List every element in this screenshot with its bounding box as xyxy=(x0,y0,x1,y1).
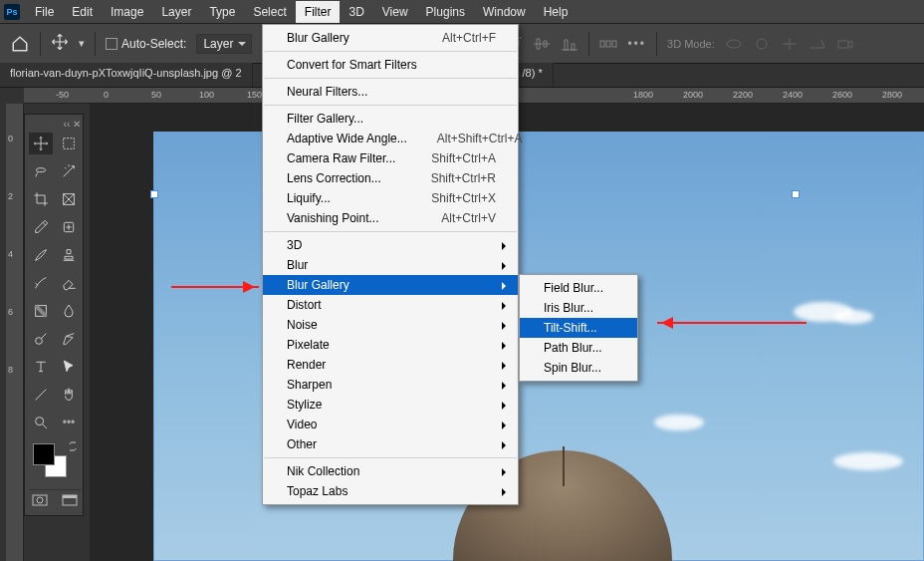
type-tool-icon[interactable] xyxy=(29,356,53,378)
menu-item[interactable]: Lens Correction...Shift+Ctrl+R xyxy=(263,168,518,188)
menu-item-noise[interactable]: Noise xyxy=(263,315,518,335)
menu-item[interactable]: Camera Raw Filter...Shift+Ctrl+A xyxy=(263,148,518,168)
align-icons-group: ••• 3D Mode: xyxy=(505,32,853,56)
ruler-tick: 2000 xyxy=(683,90,703,100)
tools-collapse-icon[interactable]: ‹‹ ✕ xyxy=(29,119,81,129)
zoom-tool-icon[interactable] xyxy=(29,412,53,433)
menu-item[interactable]: Adaptive Wide Angle...Alt+Shift+Ctrl+A xyxy=(263,129,518,148)
move-tool-icon[interactable] xyxy=(29,133,53,154)
align-vcenter-icon[interactable] xyxy=(533,37,551,51)
ruler-vertical[interactable]: 02468 xyxy=(6,104,24,561)
quickmask-icon[interactable] xyxy=(32,494,48,509)
eyedropper-tool-icon[interactable] xyxy=(29,216,53,238)
menu-window[interactable]: Window xyxy=(474,1,535,23)
home-icon[interactable] xyxy=(10,34,30,54)
foreground-color[interactable] xyxy=(33,443,55,465)
hand-tool-icon[interactable] xyxy=(57,384,81,406)
menu-filter[interactable]: Filter xyxy=(296,1,341,23)
divider xyxy=(588,32,589,56)
menu-item-stylize[interactable]: Stylize xyxy=(263,395,518,415)
path-select-tool-icon[interactable] xyxy=(57,356,81,378)
menu-item-nik-collection[interactable]: Nik Collection xyxy=(263,461,518,481)
marquee-tool-icon[interactable] xyxy=(57,133,81,154)
menu-item-neural-filters[interactable]: Neural Filters... xyxy=(263,82,518,102)
menu-item-render[interactable]: Render xyxy=(263,355,518,375)
edit-toolbar-icon[interactable]: ••• xyxy=(57,412,81,433)
submenu-item-field-blur[interactable]: Field Blur... xyxy=(520,278,637,298)
history-brush-tool-icon[interactable] xyxy=(29,272,53,294)
ruler-tick: 0 xyxy=(104,90,109,100)
menu-layer[interactable]: Layer xyxy=(152,1,200,23)
menu-item-pixelate[interactable]: Pixelate xyxy=(263,335,518,355)
lasso-tool-icon[interactable] xyxy=(29,160,53,182)
heal-tool-icon[interactable] xyxy=(57,216,81,238)
svg-rect-15 xyxy=(63,495,77,498)
menu-item-blur-gallery[interactable]: Blur Gallery xyxy=(263,275,518,295)
menu-item-blur[interactable]: Blur xyxy=(263,255,518,275)
transform-handle[interactable] xyxy=(150,190,158,198)
menu-select[interactable]: Select xyxy=(244,1,295,23)
orbit-icon[interactable] xyxy=(725,37,743,51)
distribute-icon[interactable] xyxy=(599,37,617,51)
screenmode-icon[interactable] xyxy=(62,494,78,509)
line-tool-icon[interactable] xyxy=(29,384,53,406)
document-tab[interactable]: florian-van-duyn-pXToxwjqIiQ-unsplash.jp… xyxy=(0,63,253,87)
crop-tool-icon[interactable] xyxy=(29,188,53,210)
blur-gallery-submenu: Field Blur...Iris Blur...Tilt-Shift...Pa… xyxy=(519,274,638,382)
roll-icon[interactable] xyxy=(753,37,771,51)
submenu-item-path-blur[interactable]: Path Blur... xyxy=(520,338,637,358)
eraser-tool-icon[interactable] xyxy=(57,272,81,294)
align-bottom-icon[interactable] xyxy=(561,37,578,51)
menu-item[interactable]: Filter Gallery... xyxy=(263,109,518,129)
menu-item-3d[interactable]: 3D xyxy=(263,235,518,255)
menu-item-topaz-labs[interactable]: Topaz Labs xyxy=(263,481,518,501)
svg-rect-0 xyxy=(600,41,604,47)
menu-view[interactable]: View xyxy=(373,1,417,23)
submenu-item-tilt-shift[interactable]: Tilt-Shift... xyxy=(520,318,637,338)
dodge-tool-icon[interactable] xyxy=(29,328,53,350)
menu-edit[interactable]: Edit xyxy=(63,1,102,23)
menu-item[interactable]: Vanishing Point...Alt+Ctrl+V xyxy=(263,208,518,228)
menu-type[interactable]: Type xyxy=(200,1,244,23)
menubar: Ps File Edit Image Layer Type Select Fil… xyxy=(0,0,924,24)
swap-colors-icon[interactable] xyxy=(69,441,79,451)
menu-file[interactable]: File xyxy=(26,1,63,23)
auto-select-target-dropdown[interactable]: Layer xyxy=(196,34,252,54)
more-icon[interactable]: ••• xyxy=(627,37,646,51)
stamp-tool-icon[interactable] xyxy=(57,244,81,266)
brush-tool-icon[interactable] xyxy=(29,244,53,266)
menu-item-distort[interactable]: Distort xyxy=(263,295,518,315)
transform-handle[interactable] xyxy=(792,190,800,198)
menu-item-last-filter[interactable]: Blur GalleryAlt+Ctrl+F xyxy=(263,28,518,48)
move-tool-icon[interactable] xyxy=(51,33,69,54)
filter-menu: Blur GalleryAlt+Ctrl+F Convert for Smart… xyxy=(262,24,519,505)
svg-point-11 xyxy=(36,418,44,425)
color-swatches[interactable] xyxy=(29,443,81,481)
pen-tool-icon[interactable] xyxy=(57,328,81,350)
submenu-item-spin-blur[interactable]: Spin Blur... xyxy=(520,358,637,378)
menu-item-smart-filters[interactable]: Convert for Smart Filters xyxy=(263,55,518,75)
ruler-tick: 50 xyxy=(151,90,161,100)
menu-plugins[interactable]: Plugins xyxy=(417,1,474,23)
svg-point-4 xyxy=(757,39,767,49)
annotation-arrow xyxy=(657,322,807,324)
frame-tool-icon[interactable] xyxy=(57,188,81,210)
blur-tool-icon[interactable] xyxy=(57,300,81,322)
menu-item[interactable]: Liquify...Shift+Ctrl+X xyxy=(263,188,518,208)
ruler-tick: 8 xyxy=(8,365,13,375)
menu-image[interactable]: Image xyxy=(102,1,152,23)
auto-select-checkbox[interactable]: Auto-Select: xyxy=(106,37,186,51)
menu-item-sharpen[interactable]: Sharpen xyxy=(263,375,518,395)
pan-icon[interactable] xyxy=(781,37,799,51)
menu-3d[interactable]: 3D xyxy=(340,1,372,23)
menu-item-video[interactable]: Video xyxy=(263,415,518,434)
slide-icon[interactable] xyxy=(808,37,826,51)
gradient-tool-icon[interactable] xyxy=(29,300,53,322)
menu-help[interactable]: Help xyxy=(535,1,578,23)
submenu-item-iris-blur[interactable]: Iris Blur... xyxy=(520,298,637,318)
camera-icon[interactable] xyxy=(836,37,854,51)
wand-tool-icon[interactable] xyxy=(57,160,81,182)
svg-rect-1 xyxy=(606,41,610,47)
menu-item-other[interactable]: Other xyxy=(263,434,518,454)
svg-point-13 xyxy=(37,497,43,503)
